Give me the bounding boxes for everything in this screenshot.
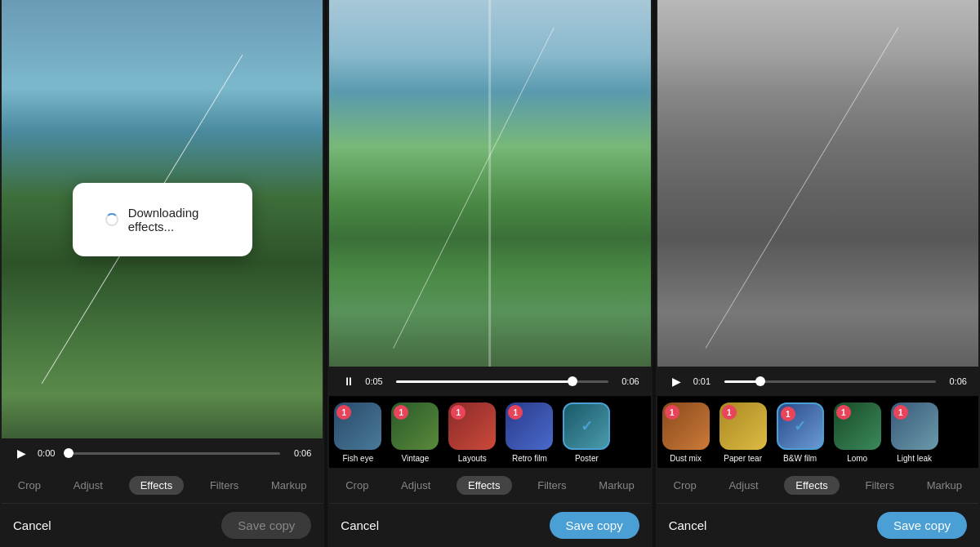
effect-vintage[interactable]: 1 Vintage — [386, 402, 443, 463]
toolbar-markup-3[interactable]: Markup — [920, 476, 969, 495]
toolbar-effects-1[interactable]: Effects — [129, 476, 185, 495]
playback-bar-1: ▶ 0:00 0:06 — [2, 438, 323, 468]
effect-layouts[interactable]: 1 Layouts — [443, 402, 501, 463]
toolbar-markup-1[interactable]: Markup — [265, 476, 313, 495]
effect-thumb-fisheye: 1 — [334, 402, 381, 450]
toolbar-effects-3[interactable]: Effects — [784, 476, 840, 495]
effect-label-bwfilm: B&W film — [783, 454, 817, 463]
progress-thumb-1 — [64, 448, 74, 458]
effect-retro[interactable]: 1 Retro film — [501, 402, 558, 463]
save-button-3[interactable]: Save copy — [877, 512, 967, 539]
effect-label-lightleak: Light leak — [897, 454, 932, 463]
toolbar-filters-1[interactable]: Filters — [203, 476, 245, 495]
effect-label-retro: Retro film — [512, 454, 547, 463]
loading-spinner — [105, 213, 118, 226]
progress-thumb-3 — [755, 376, 765, 386]
effect-badge-fisheye: 1 — [336, 405, 351, 420]
toolbar-crop-1[interactable]: Crop — [11, 476, 47, 495]
end-time-2: 0:06 — [617, 376, 639, 386]
effect-label-vintage: Vintage — [401, 454, 429, 463]
effect-thumb-vintage: 1 — [391, 402, 439, 450]
effect-poster[interactable]: ✓ Poster — [558, 402, 615, 463]
bottom-bar-2: Cancel Save copy — [329, 503, 650, 547]
effect-label-layouts: Layouts — [458, 454, 487, 463]
effect-thumb-layouts: 1 — [448, 402, 496, 450]
effects-strip-3: 1 Dust mix 1 Paper tear 1 ✓ B&W film 1 — [657, 396, 978, 468]
effect-lightleak[interactable]: 1 Light leak — [886, 402, 943, 463]
video-area-1: Downloading effects... — [2, 0, 323, 438]
current-time-3: 0:01 — [693, 376, 716, 386]
progress-fill-2 — [396, 380, 572, 383]
video-preview-3 — [657, 0, 978, 367]
toolbar-markup-2[interactable]: Markup — [592, 476, 640, 495]
progress-track-2[interactable] — [396, 380, 608, 383]
effect-label-lomo: Lomo — [847, 454, 867, 463]
effect-badge-retro: 1 — [508, 405, 523, 420]
playback-bar-2: ⏸ 0:05 0:06 — [329, 367, 650, 396]
video-area-3 — [657, 0, 978, 367]
pause-button-2[interactable]: ⏸ — [341, 375, 357, 388]
effect-thumb-poster: ✓ — [563, 402, 610, 450]
effect-label-papertear: Paper tear — [724, 454, 762, 463]
bottom-bar-3: Cancel Save copy — [657, 503, 978, 547]
effect-thumb-bwfilm: 1 ✓ — [777, 402, 824, 450]
check-icon-bwfilm: ✓ — [794, 417, 806, 435]
toolbar-effects-2[interactable]: Effects — [457, 476, 512, 495]
toolbar-adjust-1[interactable]: Adjust — [67, 476, 109, 495]
end-time-1: 0:06 — [288, 448, 311, 458]
toolbar-crop-3[interactable]: Crop — [667, 476, 703, 495]
save-button-2[interactable]: Save copy — [550, 512, 639, 539]
toolbar-1: Crop Adjust Effects Filters Markup — [2, 468, 323, 503]
toolbar-3: Crop Adjust Effects Filters Markup — [657, 468, 978, 503]
screen-1: Downloading effects... ▶ 0:00 0:06 Crop … — [0, 0, 324, 547]
cancel-button-1[interactable]: Cancel — [13, 518, 51, 532]
play-button-3[interactable]: ▶ — [669, 375, 685, 388]
screen-3: ▶ 0:01 0:06 1 Dust mix 1 Paper tear — [656, 0, 980, 547]
downloading-dialog: Downloading effects... — [73, 183, 252, 256]
effects-strip-2: 1 Fish eye 1 Vintage 1 Layouts 1 — [329, 396, 650, 468]
screen-2: ⏸ 0:05 0:06 1 Fish eye 1 Vintage — [327, 0, 652, 547]
effect-badge-lomo: 1 — [836, 405, 851, 420]
progress-thumb-2 — [568, 376, 577, 386]
current-time-2: 0:05 — [365, 376, 388, 386]
effect-thumb-retro: 1 — [506, 402, 553, 450]
playback-bar-3: ▶ 0:01 0:06 — [657, 367, 978, 396]
toolbar-adjust-3[interactable]: Adjust — [722, 476, 764, 495]
downloading-text: Downloading effects... — [128, 206, 220, 233]
toolbar-filters-3[interactable]: Filters — [859, 476, 901, 495]
video-area-2 — [329, 0, 650, 367]
screens-container: Downloading effects... ▶ 0:00 0:06 Crop … — [0, 0, 980, 547]
progress-track-3[interactable] — [724, 380, 936, 383]
play-button-1[interactable]: ▶ — [13, 447, 29, 460]
toolbar-crop-2[interactable]: Crop — [339, 476, 375, 495]
effect-badge-dustmix: 1 — [665, 405, 679, 420]
effect-bwfilm[interactable]: 1 ✓ B&W film — [772, 402, 829, 463]
effect-fisheye[interactable]: 1 Fish eye — [329, 402, 386, 463]
cancel-button-2[interactable]: Cancel — [341, 518, 379, 532]
effect-thumb-dustmix: 1 — [662, 402, 710, 450]
effect-dustmix[interactable]: 1 Dust mix — [657, 402, 715, 463]
effect-badge-vintage: 1 — [394, 405, 408, 420]
toolbar-adjust-2[interactable]: Adjust — [394, 476, 437, 495]
effect-label-dustmix: Dust mix — [670, 454, 702, 463]
cancel-button-3[interactable]: Cancel — [669, 518, 707, 532]
progress-track-1[interactable] — [69, 452, 280, 455]
effect-badge-layouts: 1 — [451, 405, 466, 420]
effect-badge-bwfilm: 1 — [781, 407, 795, 421]
toolbar-2: Crop Adjust Effects Filters Markup — [329, 468, 650, 503]
video-preview-2 — [329, 0, 650, 367]
check-icon-poster: ✓ — [581, 417, 593, 435]
save-button-1[interactable]: Save copy — [221, 512, 311, 539]
effect-label-fisheye: Fish eye — [342, 454, 373, 463]
end-time-3: 0:06 — [944, 376, 967, 386]
bottom-bar-1: Cancel Save copy — [2, 503, 323, 547]
effect-thumb-papertear: 1 — [719, 402, 767, 450]
current-time-1: 0:00 — [38, 448, 60, 458]
effect-papertear[interactable]: 1 Paper tear — [715, 402, 772, 463]
effect-lomo[interactable]: 1 Lomo — [829, 402, 886, 463]
toolbar-filters-2[interactable]: Filters — [531, 476, 572, 495]
effect-thumb-lomo: 1 — [834, 402, 881, 450]
effect-label-poster: Poster — [575, 454, 599, 463]
effect-thumb-lightleak: 1 — [891, 402, 938, 450]
effect-badge-papertear: 1 — [722, 405, 737, 420]
